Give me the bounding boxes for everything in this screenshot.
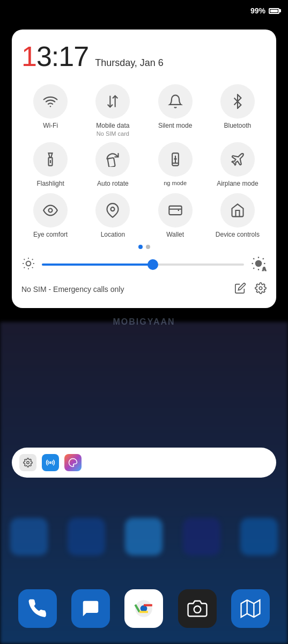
tile-mobiledata[interactable]: Mobile data No SIM card (84, 84, 142, 137)
tile-airplanemode-label: Airplane mode (217, 180, 258, 187)
chargingmode-icon (168, 152, 183, 167)
tile-bluetooth-label: Bluetooth (224, 122, 252, 129)
svg-rect-3 (108, 158, 115, 167)
tile-silentmode-label: Silent mode (158, 122, 192, 129)
tile-mobiledata-sublabel: No SIM card (97, 130, 129, 137)
phone-icon (27, 598, 48, 619)
tile-wallet-circle (158, 193, 193, 228)
dot-2 (146, 245, 150, 249)
autorotate-icon (105, 152, 120, 167)
tile-chargingmode-circle (158, 142, 193, 177)
battery-icon (269, 8, 279, 14)
sim-status-text: No SIM - Emergency calls only (21, 285, 124, 294)
svg-point-31 (259, 287, 262, 290)
tile-autorotate[interactable]: Auto rotate (84, 142, 142, 187)
tile-autorotate-circle (95, 142, 130, 177)
messages-icon (80, 598, 101, 619)
tile-airplanemode-circle (220, 142, 255, 177)
brightness-row: A (21, 255, 267, 274)
tile-wifi-label: Wi-Fi (43, 122, 58, 129)
tile-devicecontrols-circle (220, 193, 255, 228)
clock-time: 13:17 (21, 40, 88, 72)
pagination-dots (21, 245, 267, 249)
flashlight-icon (43, 152, 58, 167)
bluetooth-icon (230, 94, 245, 109)
svg-line-15 (24, 259, 25, 260)
svg-point-36 (194, 606, 201, 613)
tile-location-label: Location (101, 231, 125, 238)
mobiledata-icon (105, 94, 120, 109)
tile-wifi[interactable]: Wi-Fi (21, 84, 79, 137)
wallet-icon (168, 203, 183, 218)
svg-rect-10 (169, 206, 181, 215)
svg-point-0 (50, 106, 51, 107)
tile-location-circle (95, 193, 130, 228)
color-icon (68, 458, 78, 467)
svg-line-19 (24, 267, 25, 268)
svg-point-33 (50, 462, 51, 464)
tile-wallet[interactable]: Wallet (146, 193, 204, 238)
tile-eyecomfort[interactable]: Eye comfort (21, 193, 79, 238)
svg-point-21 (255, 260, 262, 267)
silentmode-icon (168, 94, 183, 109)
tile-devicecontrols[interactable]: Device controls (209, 193, 267, 238)
maps-icon (240, 598, 261, 619)
tiles-row1: Wi-Fi Mobile data No SIM card (21, 84, 267, 137)
tiles-row2: Flashlight Auto rotate (21, 142, 267, 187)
svg-marker-37 (241, 600, 260, 617)
status-bar-right: 99% (250, 6, 279, 15)
bottom-icons (234, 282, 267, 296)
dock (0, 589, 288, 628)
tile-silentmode[interactable]: Silent mode (146, 84, 204, 137)
tile-silentmode-circle (158, 84, 193, 119)
tile-airplanemode[interactable]: Airplane mode (209, 142, 267, 187)
tile-flashlight[interactable]: Flashlight (21, 142, 79, 187)
svg-line-16 (32, 267, 33, 268)
clock-hour-rest: 3:17 (36, 41, 88, 72)
tile-wallet-label: Wallet (166, 231, 184, 238)
edit-icon[interactable] (234, 282, 246, 296)
search-icon-box-color (64, 454, 82, 471)
svg-point-9 (111, 207, 115, 211)
dock-maps[interactable] (231, 589, 270, 628)
tile-wifi-circle (33, 84, 68, 119)
tile-bluetooth-circle (220, 84, 255, 119)
clock-hour-1: 1 (21, 41, 36, 72)
svg-line-29 (263, 258, 264, 259)
tile-location[interactable]: Location (84, 193, 142, 238)
search-icon-box-radio (42, 454, 59, 471)
tile-bluetooth[interactable]: Bluetooth (209, 84, 267, 137)
dock-camera[interactable] (178, 589, 217, 628)
brightness-fill (42, 264, 153, 266)
location-icon (105, 203, 120, 218)
battery-percent: 99% (250, 6, 265, 15)
brightness-thumb (147, 259, 158, 270)
dock-chrome[interactable] (124, 589, 163, 628)
tile-mobiledata-circle (95, 84, 130, 119)
settings-icon[interactable] (255, 282, 267, 296)
airplanemode-icon (230, 152, 245, 167)
tile-devicecontrols-label: Device controls (216, 231, 260, 238)
search-bar[interactable] (12, 448, 276, 478)
tile-flashlight-label: Flashlight (36, 180, 64, 187)
svg-line-20 (32, 259, 33, 260)
svg-line-28 (253, 268, 254, 269)
dock-phone[interactable] (18, 589, 57, 628)
svg-line-24 (253, 258, 254, 259)
camera-icon (187, 598, 208, 619)
bottom-row: No SIM - Emergency calls only (21, 282, 267, 296)
radio-icon (46, 458, 55, 467)
brightness-slider[interactable] (42, 264, 244, 266)
tile-chargingmode[interactable]: ng mode (146, 142, 204, 187)
background-apps (0, 483, 288, 590)
tile-chargingmode-label: ng mode (164, 180, 187, 187)
tile-flashlight-circle (33, 142, 68, 177)
clock-row: 13:17 Thursday, Jan 6 (21, 40, 267, 72)
search-icon-box-settings (19, 454, 36, 471)
svg-point-32 (27, 462, 29, 464)
tile-mobiledata-label: Mobile data (96, 122, 129, 129)
wifi-icon (43, 94, 58, 109)
tile-eyecomfort-label: Eye comfort (33, 231, 68, 238)
dock-messages[interactable] (71, 589, 110, 628)
svg-point-8 (49, 208, 53, 212)
